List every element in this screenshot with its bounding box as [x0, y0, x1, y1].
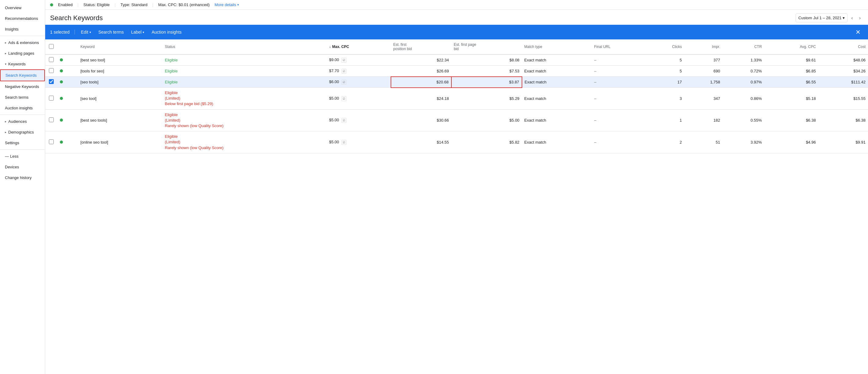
main-content: Enabled | Status: Eligible | Type: Stand…: [45, 0, 868, 374]
row-keyword: [seo tool]: [78, 88, 162, 110]
row-keyword: [online seo tool]: [78, 132, 162, 153]
row-checkbox-cell[interactable]: [45, 88, 57, 110]
label-button[interactable]: Label ▾: [127, 25, 148, 39]
row-final-url: –: [592, 132, 646, 153]
sidebar-item-settings[interactable]: Settings: [0, 138, 45, 148]
avg-cpc-col-header[interactable]: Avg. CPC: [764, 39, 818, 54]
row-checkbox[interactable]: [49, 96, 54, 100]
edit-chevron-icon: ▾: [90, 31, 91, 34]
row-cost: $6.38: [818, 109, 868, 132]
sidebar-item-keywords[interactable]: Keywords: [0, 59, 45, 69]
row-impr: 1,758: [684, 77, 722, 88]
auction-insights-button[interactable]: Auction insights: [148, 25, 185, 39]
sidebar-item-audiences[interactable]: Audiences: [0, 116, 45, 127]
sidebar-item-search-keywords[interactable]: Search Keywords: [0, 69, 45, 81]
row-match-type: Exact match: [522, 77, 592, 88]
sidebar-item-auction-insights[interactable]: Auction insights: [0, 103, 45, 113]
row-status-dot: [57, 88, 78, 110]
match-type-col-header[interactable]: Match type: [522, 39, 592, 54]
divider-1: [0, 36, 45, 36]
row-status: Eligible(Limited)Below first page bid ($…: [162, 88, 327, 110]
selected-count: 1 selected: [50, 30, 75, 34]
date-range-button[interactable]: Custom Jul 1 – 28, 2021 ▾: [796, 13, 847, 22]
search-terms-button[interactable]: Search terms: [95, 25, 127, 39]
enhance-icon[interactable]: ☑: [341, 118, 346, 123]
row-checkbox-cell[interactable]: [45, 109, 57, 132]
date-range-dates: Jul 1 – 28, 2021: [813, 16, 842, 20]
row-checkbox[interactable]: [49, 139, 54, 144]
row-cost: $9.91: [818, 132, 868, 153]
row-checkbox[interactable]: [49, 68, 54, 73]
row-max-cpc: $6.00 ☑: [327, 77, 391, 88]
row-checkbox-cell[interactable]: [45, 132, 57, 153]
sidebar-item-landing-pages[interactable]: Landing pages: [0, 48, 45, 59]
row-final-url: –: [592, 66, 646, 77]
row-max-cpc: $7.70 ☑: [327, 66, 391, 77]
max-cpc: Max. CPC: $0.01 (enhanced): [158, 2, 210, 7]
more-details-link[interactable]: More details ▾: [214, 2, 239, 7]
cost-col-header[interactable]: Cost: [818, 39, 868, 54]
sidebar-item-less[interactable]: — Less: [0, 151, 45, 162]
sidebar-item-search-terms[interactable]: Search terms: [0, 92, 45, 103]
enhance-icon[interactable]: ☑: [341, 80, 346, 85]
row-est-page: $5.00: [452, 109, 522, 132]
clicks-col-header[interactable]: Clicks: [646, 39, 684, 54]
impr-col-header[interactable]: Impr.: [684, 39, 722, 54]
table-header-row: Keyword Status ↓Max. CPC Est. firstposit…: [45, 39, 868, 54]
row-final-url: –: [592, 54, 646, 66]
row-impr: 182: [684, 109, 722, 132]
date-range-picker[interactable]: Custom Jul 1 – 28, 2021 ▾ ‹ ›: [796, 13, 863, 22]
row-checkbox[interactable]: [49, 57, 54, 62]
select-all-checkbox[interactable]: [49, 44, 54, 49]
sidebar-item-overview[interactable]: Overview: [0, 2, 45, 13]
action-bar: 1 selected Edit ▾ Search terms Label ▾ A…: [45, 25, 868, 39]
row-cost: $34.26: [818, 66, 868, 77]
table-row: [best seo tools] Eligible(Limited)Rarely…: [45, 109, 868, 132]
row-avg-cpc: $6.38: [764, 109, 818, 132]
row-est-first: $20.68: [391, 77, 452, 88]
row-checkbox[interactable]: [49, 79, 54, 84]
row-avg-cpc: $6.55: [764, 77, 818, 88]
row-checkbox[interactable]: [49, 117, 54, 122]
edit-button[interactable]: Edit ▾: [77, 25, 95, 39]
row-status-dot: [57, 109, 78, 132]
keyword-col-header[interactable]: Keyword: [78, 39, 162, 54]
status-col-header2[interactable]: Status: [162, 39, 327, 54]
enhance-icon[interactable]: ☑: [341, 96, 346, 101]
sidebar-item-ads-extensions[interactable]: Ads & extensions: [0, 37, 45, 48]
table-row: [seo tool] Eligible(Limited)Below first …: [45, 88, 868, 110]
row-keyword: [seo tools]: [78, 77, 162, 88]
row-impr: 690: [684, 66, 722, 77]
max-cpc-col-header[interactable]: ↓Max. CPC: [327, 39, 391, 54]
top-bar: Enabled | Status: Eligible | Type: Stand…: [45, 0, 868, 10]
date-next-button[interactable]: ›: [857, 14, 863, 22]
date-prev-button[interactable]: ‹: [849, 14, 855, 22]
type-standard: Type: Standard: [121, 2, 148, 7]
enhance-icon[interactable]: ☑: [341, 58, 346, 63]
row-checkbox-cell[interactable]: [45, 66, 57, 77]
row-impr: 377: [684, 54, 722, 66]
row-checkbox-cell[interactable]: [45, 54, 57, 66]
est-first-page-col-header[interactable]: Est. first pagebid: [452, 39, 522, 54]
sidebar-item-negative-keywords[interactable]: Negative Keywords: [0, 81, 45, 92]
sidebar-item-devices[interactable]: Devices: [0, 162, 45, 172]
enhance-icon[interactable]: ☑: [341, 140, 346, 145]
sidebar-item-recommendations[interactable]: Recommendations: [0, 13, 45, 24]
enhance-icon[interactable]: ☑: [341, 69, 346, 74]
row-max-cpc: $5.00 ☑: [327, 132, 391, 153]
row-checkbox-cell[interactable]: [45, 77, 57, 88]
sidebar-item-insights[interactable]: Insights: [0, 24, 45, 34]
table-row: [tools for seo] Eligible $7.70 ☑ $26.69 …: [45, 66, 868, 77]
row-final-url: –: [592, 109, 646, 132]
sidebar-item-change-history[interactable]: Change history: [0, 172, 45, 183]
ctr-col-header[interactable]: CTR: [723, 39, 765, 54]
select-all-header[interactable]: [45, 39, 57, 54]
row-ctr: 1.33%: [723, 54, 765, 66]
est-first-position-col-header[interactable]: Est. firstposition bid: [391, 39, 452, 54]
close-icon[interactable]: ✕: [853, 28, 863, 36]
final-url-col-header[interactable]: Final URL: [592, 39, 646, 54]
row-est-first: $26.69: [391, 66, 452, 77]
row-match-type: Exact match: [522, 132, 592, 153]
sidebar-item-demographics[interactable]: Demographics: [0, 127, 45, 138]
row-est-page: $8.08: [452, 54, 522, 66]
